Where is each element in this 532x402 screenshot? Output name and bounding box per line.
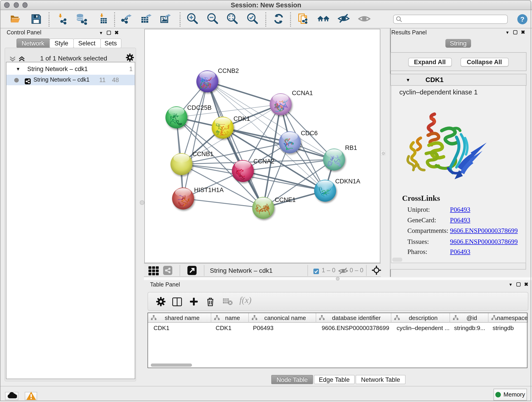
svg-text:CDC25B: CDC25B: [187, 104, 212, 111]
svg-text:CCNE1: CCNE1: [275, 196, 296, 203]
svg-text:RB1: RB1: [345, 144, 357, 151]
svg-text:CDK1: CDK1: [234, 115, 250, 122]
svg-text:CCNA2: CCNA2: [253, 158, 274, 165]
svg-text:CCNA1: CCNA1: [292, 89, 313, 96]
svg-text:CCNB2: CCNB2: [218, 67, 239, 74]
svg-text:CDC6: CDC6: [301, 130, 318, 137]
svg-text:CDKN1A: CDKN1A: [335, 178, 360, 185]
svg-text:CCNB1: CCNB1: [192, 151, 214, 157]
svg-text:HIST1H1A: HIST1H1A: [194, 186, 224, 193]
